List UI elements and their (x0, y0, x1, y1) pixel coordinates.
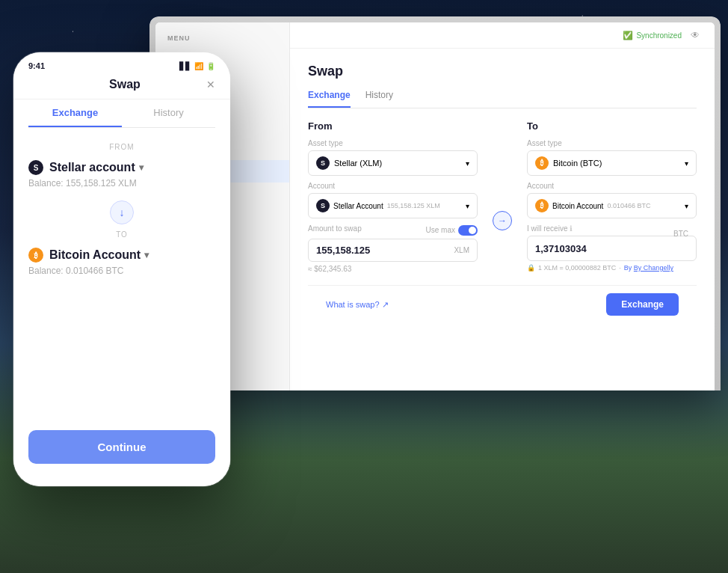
from-account-select[interactable]: S Stellar Account 155,158.125 XLM ▾ (308, 193, 478, 218)
phone-to-account-row: ₿ Bitcoin Account ▾ (28, 248, 215, 263)
amount-value: 155,158.125 (316, 245, 370, 256)
phone-to-balance: Balance: 0.010466 BTC (28, 266, 215, 276)
phone-to-chevron: ▾ (144, 250, 149, 260)
status-icons: ▋▋ 📶 🔋 (179, 62, 215, 70)
to-account-balance: 0.010466 BTC (607, 202, 650, 209)
desktop-main: ✅ Synchronized 👁 Swap Exchange History (290, 22, 715, 390)
changelly-link[interactable]: By Changelly (634, 264, 673, 272)
what-is-swap-link[interactable]: What is swap? ↗ (326, 300, 389, 310)
tab-history[interactable]: History (365, 90, 393, 108)
phone-stellar-badge: S (28, 160, 43, 175)
from-asset-select[interactable]: S Stellar (XLM) ▾ (308, 150, 478, 176)
account-label-from: Account (308, 182, 478, 190)
signal-icon: ▋▋ (179, 62, 191, 70)
phone-tab-history[interactable]: History (122, 99, 215, 127)
amount-input-box[interactable]: 155,158.125 XLM (308, 239, 478, 262)
phone-from-account-row: S Stellar account ▾ (28, 160, 215, 175)
rate-text: 1 XLM = 0,00000882 BTC (538, 264, 616, 272)
phone-tab-exchange[interactable]: Exchange (28, 99, 122, 127)
phone-from-balance: Balance: 155,158.125 XLM (28, 178, 215, 189)
use-max-row: Use max (426, 225, 478, 236)
to-column: To Asset type ₿ Bitcoin (BTC) ▾ Account (527, 120, 697, 279)
to-account-inner: ₿ Bitcoin Account 0.010466 BTC (535, 199, 650, 212)
to-title: To (527, 120, 697, 132)
tab-exchange[interactable]: Exchange (308, 90, 351, 108)
phone-form: FROM S Stellar account ▾ Balance: 155,15… (13, 128, 230, 189)
swap-tabs: Exchange History (308, 90, 697, 108)
to-asset-select[interactable]: ₿ Bitcoin (BTC) ▾ (527, 150, 697, 176)
rate-by: By (624, 264, 634, 272)
to-asset-chevron: ▾ (685, 159, 688, 168)
wifi-icon: 📶 (194, 62, 203, 70)
rate-separator: · (619, 264, 621, 272)
to-asset-name: Bitcoin (BTC) (553, 159, 602, 168)
receive-label: I will receive ℹ (527, 224, 697, 233)
from-asset-inner: S Stellar (XLM) (316, 156, 382, 170)
bitcoin-coin-badge: ₿ (535, 156, 549, 170)
phone-to-label: TO (28, 230, 215, 239)
use-max-toggle[interactable] (458, 225, 478, 236)
from-title: From (308, 120, 478, 132)
amount-label: Amount to swap (308, 224, 362, 233)
menu-label: MENU (155, 34, 289, 48)
desktop-content: Swap Exchange History From Asset type (290, 49, 715, 387)
lock-icon: 🔒 (527, 264, 535, 272)
swap-form: From Asset type S Stellar (XLM) ▾ Accoun… (308, 120, 697, 279)
desktop-topbar: ✅ Synchronized 👁 (290, 22, 715, 49)
phone-from-label: FROM (28, 143, 215, 151)
close-button[interactable]: ✕ (206, 79, 215, 91)
amount-row: Amount to swap Use max (308, 224, 478, 236)
exchange-button[interactable]: Exchange (606, 293, 679, 316)
bitcoin-account-badge: ₿ (535, 199, 549, 212)
phone-to-section: TO ₿ Bitcoin Account ▾ Balance: 0.010466… (13, 230, 230, 276)
external-link-icon: ↗ (382, 300, 389, 310)
desktop-frame: MENU 📈 Portfolio 🗂 Accounts ⬆ Send ⬇ Rec… (149, 16, 721, 390)
rate-info: 🔒 1 XLM = 0,00000882 BTC · By By Changel… (527, 264, 697, 272)
from-account-inner: S Stellar Account 155,158.125 XLM (316, 199, 440, 212)
phone-swap-arrow[interactable]: ↓ (110, 200, 134, 224)
status-time: 9:41 (28, 61, 45, 70)
from-account-balance: 155,158.125 XLM (387, 202, 440, 209)
phone-arrow-center: ↓ (13, 200, 230, 224)
from-asset-chevron: ▾ (466, 159, 469, 168)
continue-button[interactable]: Continue (28, 430, 215, 464)
to-account-select[interactable]: ₿ Bitcoin Account 0.010466 BTC ▾ (527, 193, 697, 218)
desktop-screen: MENU 📈 Portfolio 🗂 Accounts ⬆ Send ⬇ Rec… (155, 22, 715, 390)
receive-info-icon: ℹ (570, 224, 573, 233)
receive-box: 1,37103034 BTC (527, 236, 697, 261)
phone-notch (84, 52, 159, 69)
swap-direction-btn[interactable]: → (493, 211, 512, 230)
from-account-chevron: ▾ (466, 202, 469, 210)
phone-tabs: Exchange History (28, 99, 215, 128)
from-account-name: Stellar Account (333, 202, 383, 210)
battery-icon: 🔋 (206, 62, 215, 70)
phone-from-chevron: ▾ (139, 162, 144, 173)
phone-to-name[interactable]: Bitcoin Account ▾ (49, 248, 149, 262)
swap-arrow-col: → (493, 120, 512, 279)
phone-title: Swap (43, 78, 206, 91)
stellar-coin-badge: S (316, 156, 330, 170)
sync-badge: ✅ Synchronized (623, 31, 682, 40)
phone-from-name[interactable]: Stellar account ▾ (49, 161, 144, 174)
from-asset-name: Stellar (XLM) (334, 159, 382, 168)
to-account-chevron: ▾ (685, 202, 688, 210)
desktop-bottom: What is swap? ↗ Exchange (308, 285, 697, 323)
stellar-account-badge: S (316, 199, 330, 212)
to-account-name: Bitcoin Account (552, 202, 603, 210)
asset-type-label-from: Asset type (308, 139, 478, 147)
rate-provider[interactable]: By By Changelly (624, 264, 673, 272)
receive-currency: BTC (673, 230, 688, 238)
desktop-bezel: MENU 📈 Portfolio 🗂 Accounts ⬆ Send ⬇ Rec… (149, 16, 721, 390)
eye-icon[interactable]: 👁 (691, 30, 700, 40)
sync-check-icon: ✅ (623, 31, 633, 40)
account-label-to: Account (527, 182, 697, 190)
to-asset-inner: ₿ Bitcoin (BTC) (535, 156, 602, 170)
asset-type-label-to: Asset type (527, 139, 697, 147)
amount-currency: XLM (454, 246, 469, 254)
amount-usd: ≈ $62,345.63 (308, 265, 478, 273)
phone-inner: 9:41 ▋▋ 📶 🔋 Swap ✕ Exchange History FROM… (13, 52, 230, 486)
page-title: Swap (308, 64, 697, 79)
toggle-knob (469, 227, 476, 234)
sync-label: Synchronized (636, 31, 682, 40)
use-max-label: Use max (426, 226, 455, 234)
